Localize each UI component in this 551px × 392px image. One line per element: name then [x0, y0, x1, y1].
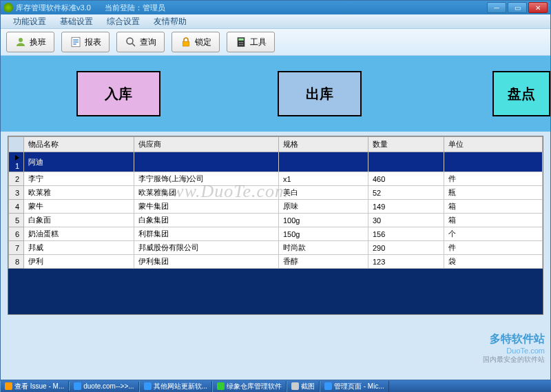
task-item[interactable]: 绿象仓库管理软件	[212, 381, 287, 392]
table-row[interactable]: 7邦威邦威股份有限公司时尚款290件	[9, 241, 543, 255]
search-icon	[125, 36, 137, 48]
svg-rect-7	[183, 41, 189, 46]
col-unit[interactable]: 单位	[444, 137, 543, 152]
table-row[interactable]: 5白象面白象集团100g30箱	[9, 214, 543, 227]
calculator-icon	[235, 36, 247, 48]
shift-button[interactable]: 换班	[6, 32, 54, 52]
menu-base[interactable]: 基础设置	[53, 14, 100, 29]
svg-rect-3	[73, 41, 79, 43]
task-item[interactable]: 其他网站更新软...	[139, 381, 212, 392]
lock-button[interactable]: 锁定	[171, 32, 220, 52]
minimize-button[interactable]: ─	[487, 2, 506, 13]
svg-point-5	[127, 38, 133, 44]
svg-point-12	[242, 42, 244, 43]
menu-comp[interactable]: 综合设置	[100, 14, 147, 29]
svg-line-6	[132, 43, 135, 46]
task-item[interactable]: 查看 Issue - M...	[0, 381, 69, 392]
login-status: 当前登陆：管理员	[105, 3, 165, 13]
svg-rect-2	[73, 39, 79, 41]
task-item[interactable]: 截图	[287, 381, 320, 392]
menu-func[interactable]: 功能设置	[6, 14, 53, 29]
menu-help[interactable]: 友情帮助	[147, 14, 194, 29]
toolbar: 换班 报表 查询 锁定 工具	[1, 28, 550, 56]
brand-logo: 多特软件站	[483, 332, 545, 347]
inventory-button[interactable]: 盘点	[492, 71, 550, 116]
brand-slogan: 国内最安全的软件站	[483, 355, 545, 364]
close-button[interactable]: ✕	[528, 2, 548, 13]
tool-button[interactable]: 工具	[227, 32, 275, 52]
svg-point-14	[240, 44, 242, 45]
task-icon	[74, 382, 81, 390]
task-icon	[291, 382, 299, 390]
task-item[interactable]: 管理页面 - Mic...	[320, 381, 389, 392]
maximize-button[interactable]: ▭	[508, 2, 527, 13]
col-name[interactable]: 物品名称	[24, 137, 134, 152]
main-actions: 入库 出库 盘点	[1, 56, 550, 132]
col-spec[interactable]: 规格	[279, 137, 368, 152]
col-supplier[interactable]: 供应商	[134, 137, 279, 152]
app-icon	[3, 3, 13, 12]
table-row[interactable]: 8伊利伊利集团香醇123袋	[9, 255, 543, 269]
svg-rect-4	[73, 43, 76, 45]
outbound-button[interactable]: 出库	[278, 71, 362, 116]
task-icon	[324, 382, 332, 390]
menubar: 功能设置 基础设置 综合设置 友情帮助	[1, 14, 550, 28]
svg-point-15	[242, 44, 244, 45]
task-item[interactable]: duote.com-->>...	[69, 382, 138, 391]
svg-point-10	[239, 42, 240, 43]
row-pointer: 1	[9, 152, 24, 172]
app-title: 库存管理软件标准v3.0	[16, 3, 91, 13]
task-icon	[144, 382, 152, 390]
query-button[interactable]: 查询	[116, 32, 165, 52]
table-row[interactable]: 3欧莱雅欧莱雅集团美白52瓶	[9, 186, 543, 200]
table-row[interactable]: 1 阿迪	[9, 152, 543, 172]
task-icon	[5, 382, 12, 390]
data-grid[interactable]: 物品名称 供应商 规格 数量 单位 1 阿迪 2李宁李宁服饰(上海)公司x146…	[8, 136, 543, 315]
report-button[interactable]: 报表	[61, 32, 110, 52]
svg-point-13	[239, 44, 240, 45]
col-selector[interactable]	[9, 137, 24, 152]
col-qty[interactable]: 数量	[368, 137, 444, 152]
svg-point-11	[240, 42, 242, 43]
inbound-button[interactable]: 入库	[76, 71, 160, 116]
brand-badge: 多特软件站 DuoTe.com 国内最安全的软件站	[483, 332, 545, 364]
table-row[interactable]: 2李宁李宁服饰(上海)公司x1460件	[9, 172, 543, 186]
taskbar[interactable]: 查看 Issue - M... duote.com-->>... 其他网站更新软…	[0, 380, 551, 392]
lock-icon	[180, 36, 192, 48]
task-icon	[217, 382, 225, 390]
svg-rect-9	[238, 39, 244, 41]
titlebar: 库存管理软件标准v3.0 当前登陆：管理员 ─ ▭ ✕	[1, 1, 550, 14]
brand-url: DuoTe.com	[483, 347, 545, 355]
person-icon	[14, 36, 27, 48]
report-icon	[70, 36, 82, 48]
svg-point-0	[19, 38, 23, 42]
table-row[interactable]: 6奶油蛋糕利群集团150g156个	[9, 227, 543, 241]
table-row[interactable]: 4蒙牛蒙牛集团原味149箱	[9, 200, 543, 214]
